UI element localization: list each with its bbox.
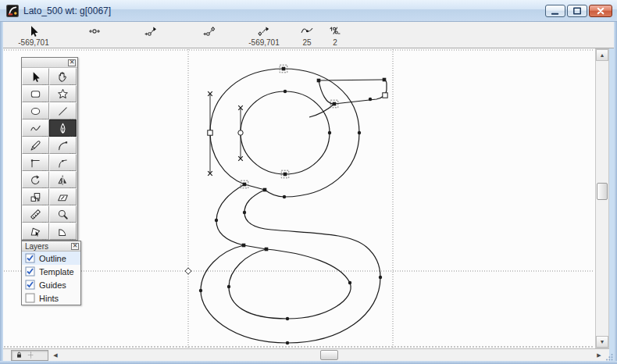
tool-palette-titlebar[interactable]: ✕ xyxy=(22,58,77,68)
tool-pen[interactable] xyxy=(49,120,77,137)
glyph-point[interactable] xyxy=(283,195,286,198)
vertical-scroll-thumb[interactable] xyxy=(597,183,608,200)
tool-star[interactable] xyxy=(49,85,77,102)
tool-rect[interactable] xyxy=(22,85,49,102)
horizontal-scroll-thumb[interactable] xyxy=(320,350,338,360)
minimize-button[interactable] xyxy=(545,5,565,17)
tool-scale[interactable] xyxy=(22,188,49,205)
glyph-point[interactable] xyxy=(369,98,372,101)
layer-checkbox[interactable] xyxy=(25,280,35,290)
window-border-right xyxy=(614,22,617,364)
layer-row-template[interactable]: Template xyxy=(22,265,80,278)
tool-curve[interactable] xyxy=(49,137,77,154)
layer-label[interactable]: Outline xyxy=(39,254,66,263)
layer-row-hints[interactable]: Hints xyxy=(22,291,80,305)
layer-row-outline[interactable]: Outline xyxy=(22,252,80,265)
glyph-point[interactable] xyxy=(265,248,269,252)
tool-rotate[interactable] xyxy=(22,171,49,188)
layer-label[interactable]: Guides xyxy=(39,280,66,290)
tool-pointer[interactable] xyxy=(22,68,49,85)
layer-checkbox[interactable] xyxy=(25,266,35,277)
knife-icon xyxy=(30,140,41,152)
scroll-up-button[interactable]: ▲ xyxy=(596,49,608,61)
glyph-point[interactable] xyxy=(284,90,287,93)
glyph-point[interactable] xyxy=(284,173,287,177)
glyph-point[interactable] xyxy=(328,131,331,134)
titlebar[interactable]: Lato_500 wt: g[0067] xyxy=(0,0,617,22)
glyph-point[interactable] xyxy=(317,79,321,83)
glyph-point[interactable] xyxy=(379,276,382,279)
tool-corner[interactable] xyxy=(22,154,49,171)
glyph-point[interactable] xyxy=(227,285,230,288)
tool-palette-close-icon[interactable]: ✕ xyxy=(68,59,76,66)
glyph-contour[interactable] xyxy=(229,249,351,319)
glyph-point[interactable] xyxy=(348,281,351,284)
scale-icon xyxy=(30,191,41,203)
tool-magnify[interactable] xyxy=(49,205,77,223)
glyph-svg[interactable] xyxy=(3,48,595,348)
window-border-left xyxy=(0,22,3,364)
glyph-point[interactable] xyxy=(383,93,387,98)
tool-arc[interactable] xyxy=(49,223,77,240)
tool-tangent[interactable] xyxy=(49,154,77,171)
tool-ruler[interactable] xyxy=(22,205,49,223)
layer-checkbox[interactable] xyxy=(25,253,35,263)
scroll-left-button[interactable]: ◀ xyxy=(50,350,61,361)
tool-line[interactable] xyxy=(49,102,77,120)
glyph-point[interactable] xyxy=(242,244,246,248)
layer-label[interactable]: Hints xyxy=(39,294,59,303)
glyph-contour[interactable] xyxy=(244,245,266,249)
tool-polygon[interactable] xyxy=(22,223,49,240)
glyph-contour[interactable] xyxy=(216,184,244,245)
glyph-point[interactable] xyxy=(215,219,218,222)
tool-ellipse[interactable] xyxy=(22,102,49,120)
glyph-point[interactable] xyxy=(208,130,212,135)
scroll-down-button[interactable]: ▼ xyxy=(596,336,608,348)
vertical-scrollbar[interactable]: ▲ ▼ xyxy=(595,48,609,348)
glyph-contour[interactable] xyxy=(201,190,380,343)
rect-icon xyxy=(30,88,41,100)
baseline-marker[interactable] xyxy=(185,268,191,274)
tool-knife[interactable] xyxy=(22,137,49,154)
glyph-point[interactable] xyxy=(243,183,247,187)
hand-icon xyxy=(57,71,69,83)
glyph-point[interactable] xyxy=(282,67,286,71)
glyph-point[interactable] xyxy=(243,211,246,214)
corner-icon xyxy=(30,157,41,169)
curve-icon xyxy=(57,140,69,152)
scroll-right-button[interactable]: ▶ xyxy=(594,350,605,361)
glyph-point[interactable] xyxy=(333,102,337,106)
close-button[interactable] xyxy=(589,5,612,17)
lock-panel[interactable] xyxy=(11,350,48,361)
point-arrow-icon xyxy=(144,25,157,37)
layer-row-guides[interactable]: Guides xyxy=(22,278,80,291)
glyph-contour[interactable] xyxy=(319,80,387,104)
minimize-icon xyxy=(550,5,562,17)
tool-hand[interactable] xyxy=(49,68,77,85)
glyph-point[interactable] xyxy=(383,78,387,82)
glyph-contour[interactable] xyxy=(309,104,334,117)
polygon-icon xyxy=(30,226,41,237)
tool-flip[interactable] xyxy=(49,171,77,188)
layer-checkbox[interactable] xyxy=(25,293,35,303)
layer-label[interactable]: Template xyxy=(39,267,74,277)
horizontal-scrollbar[interactable]: ◀ ▶ xyxy=(3,348,609,361)
tool-grid xyxy=(22,68,77,240)
glyph-point[interactable] xyxy=(199,289,202,292)
glyph-point[interactable] xyxy=(263,188,267,192)
glyph-point[interactable] xyxy=(238,130,243,135)
layers-palette-titlebar[interactable]: Layers ✕ xyxy=(22,241,80,252)
glyph-canvas[interactable] xyxy=(3,48,595,348)
glyph-contour[interactable] xyxy=(244,184,265,190)
maximize-button[interactable] xyxy=(567,5,587,17)
cursor-arrow-icon xyxy=(27,25,40,37)
glyph-point[interactable] xyxy=(358,131,361,134)
lock-icon xyxy=(15,351,23,359)
glyph-point[interactable] xyxy=(286,341,289,344)
tool-skew[interactable] xyxy=(49,188,77,205)
resize-grip[interactable] xyxy=(605,352,615,362)
tool-freehand[interactable] xyxy=(22,120,49,137)
glyph-point[interactable] xyxy=(286,317,289,320)
glyph-contour[interactable] xyxy=(241,91,330,174)
layers-palette-close-icon[interactable]: ✕ xyxy=(71,243,79,250)
